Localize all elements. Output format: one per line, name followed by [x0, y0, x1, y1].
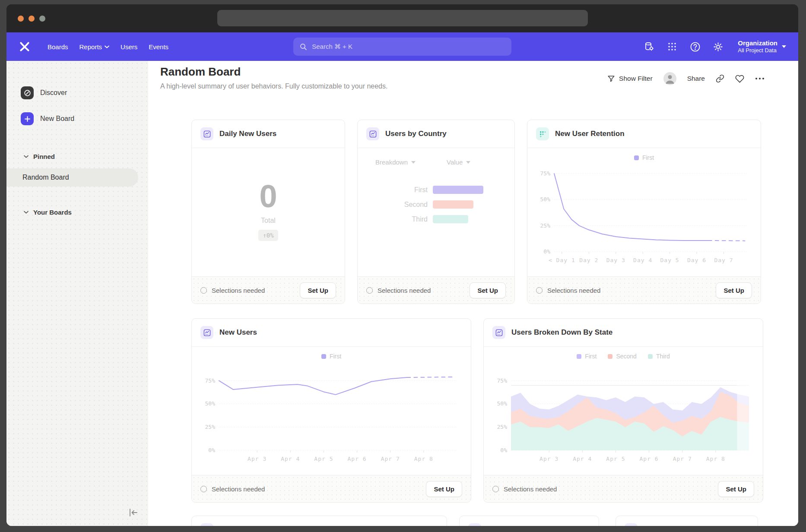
address-bar[interactable]: [217, 10, 588, 26]
svg-text:Apr 5: Apr 5: [606, 456, 625, 462]
setup-button[interactable]: Set Up: [470, 282, 506, 298]
legend-item: Second: [608, 353, 636, 360]
setup-button[interactable]: Set Up: [718, 481, 754, 497]
legend-item: First: [321, 353, 341, 360]
window-zoom-button[interactable]: [39, 16, 45, 22]
status-text: Selections needed: [492, 485, 557, 493]
sidebar-collapse-button[interactable]: [128, 509, 138, 518]
sidebar-section-your-boards[interactable]: Your Boards: [6, 206, 148, 219]
legend-item: First: [577, 353, 597, 360]
svg-text:Apr 5: Apr 5: [314, 456, 333, 462]
search-input[interactable]: Search ⌘ + K: [293, 38, 511, 56]
nav-item-users[interactable]: Users: [115, 39, 143, 54]
card-header: Users Broken Down By State: [484, 319, 763, 347]
card-title: Daily New Users: [219, 130, 276, 138]
metric-body: 0 Total ↑0%: [192, 145, 345, 276]
card-title: Insights Report: [487, 526, 541, 526]
cards-grid: Daily New Users 0 Total ↑0% Selections: [191, 120, 763, 526]
svg-text:Apr 7: Apr 7: [673, 456, 692, 462]
chart-legend: First: [321, 353, 341, 360]
status-text: Selections needed: [366, 287, 431, 294]
card-title: New Users: [219, 328, 257, 337]
chevron-down-icon: [24, 211, 29, 214]
card-header: Stacked Line Graph: [192, 516, 447, 526]
window-close-button[interactable]: [18, 16, 24, 22]
sidebar-item-discover[interactable]: Discover: [6, 83, 148, 102]
new-users-line-chart[interactable]: 75%50%25%0%Apr 3Apr 4Apr 5Apr 6Apr 7Apr …: [197, 361, 466, 464]
navbar-right-icons: Organization All Project Data: [644, 39, 786, 54]
avatar[interactable]: [663, 72, 676, 85]
sidebar-section-pinned-label: Pinned: [33, 153, 55, 160]
card-header: Insights Report: [460, 516, 599, 526]
legend-item: First: [634, 154, 654, 161]
country-bar[interactable]: [433, 215, 468, 223]
legend-swatch: [648, 354, 653, 359]
retention-line-chart[interactable]: 75%50%25%0%< Day 1Day 2Day 3Day 4Day 5Da…: [532, 163, 756, 266]
svg-text:Apr 3: Apr 3: [248, 456, 267, 462]
value-dropdown[interactable]: Value: [447, 158, 470, 166]
sidebar-item-new-board-label: New Board: [40, 115, 74, 123]
insights-chart-icon: [468, 523, 481, 526]
board-actions: Show Filter Share: [607, 72, 765, 85]
svg-text:25%: 25%: [540, 222, 551, 229]
settings-gear-icon[interactable]: [712, 41, 723, 52]
sidebar-section-pinned[interactable]: Pinned: [6, 150, 148, 163]
window-minimize-button[interactable]: [29, 16, 35, 22]
card-active-users: Active Users: [616, 516, 758, 526]
setup-button[interactable]: Set Up: [300, 282, 336, 298]
nav-item-reports[interactable]: Reports: [74, 39, 115, 54]
board-main: Random Board A high-level summary of use…: [148, 61, 798, 526]
legend-swatch: [608, 354, 612, 359]
help-icon[interactable]: [689, 41, 701, 52]
svg-text:Day 3: Day 3: [606, 257, 625, 263]
svg-text:Day 6: Day 6: [687, 257, 706, 263]
copy-link-button[interactable]: [716, 74, 724, 83]
status-text: Selections needed: [200, 485, 265, 493]
share-button[interactable]: Share: [687, 75, 705, 82]
more-options-button[interactable]: [755, 77, 765, 80]
chart-legend: First Second Third: [577, 353, 670, 360]
country-bar[interactable]: [433, 186, 483, 194]
nav-item-boards[interactable]: Boards: [42, 39, 74, 54]
org-switcher[interactable]: Organization All Project Data: [738, 39, 786, 54]
card-footer: Selections needed Set Up: [484, 475, 763, 502]
sidebar-item-random-board[interactable]: Random Board: [6, 168, 138, 187]
state-chart-body: First Second Third: [484, 347, 763, 475]
show-filter-button[interactable]: Show Filter: [607, 75, 653, 82]
mixpanel-logo-icon[interactable]: [19, 41, 31, 53]
sidebar: Discover New Board Pinned Random Board: [6, 61, 148, 526]
traffic-lights: [18, 16, 45, 22]
chevron-down-icon: [466, 161, 470, 164]
org-switcher-text: Organization All Project Data: [738, 39, 777, 54]
breakdown-dropdown[interactable]: Breakdown: [375, 158, 416, 166]
svg-text:Day 5: Day 5: [660, 257, 679, 263]
svg-text:Day 4: Day 4: [633, 257, 652, 263]
nav-item-events[interactable]: Events: [143, 39, 174, 54]
svg-text:Apr 6: Apr 6: [347, 456, 366, 462]
nav-item-users-label: Users: [121, 43, 137, 51]
country-bar[interactable]: [433, 200, 473, 209]
state-area-chart[interactable]: 75%50%25%0%Apr 3Apr 4Apr 5Apr 6Apr 7Apr …: [489, 361, 758, 464]
insights-chart-icon: [200, 523, 213, 526]
svg-text:50%: 50%: [497, 400, 507, 407]
svg-text:< Day 1: < Day 1: [549, 257, 575, 263]
svg-text:25%: 25%: [497, 424, 507, 430]
svg-text:Apr 7: Apr 7: [381, 456, 400, 462]
card-title: Users Broken Down By State: [511, 328, 612, 337]
apps-grid-icon[interactable]: [666, 41, 678, 52]
data-settings-icon[interactable]: [644, 41, 655, 52]
country-bar-row: Second: [358, 200, 514, 209]
card-insights-report: Insights Report: [459, 516, 599, 526]
card-title: Active Users: [644, 526, 688, 526]
svg-text:75%: 75%: [497, 377, 507, 384]
sidebar-item-new-board[interactable]: New Board: [6, 109, 148, 128]
chevron-down-icon: [782, 45, 786, 48]
link-icon: [716, 74, 724, 83]
new-users-chart-body: First 75%50%25%0%Apr 3Apr 4Apr 5Apr 6Apr…: [192, 347, 471, 475]
setup-button[interactable]: Set Up: [426, 481, 462, 497]
svg-text:0%: 0%: [500, 447, 507, 453]
setup-button[interactable]: Set Up: [716, 282, 752, 298]
svg-text:Day 7: Day 7: [714, 257, 733, 263]
svg-text:50%: 50%: [540, 196, 551, 203]
favorite-button[interactable]: [735, 74, 744, 83]
